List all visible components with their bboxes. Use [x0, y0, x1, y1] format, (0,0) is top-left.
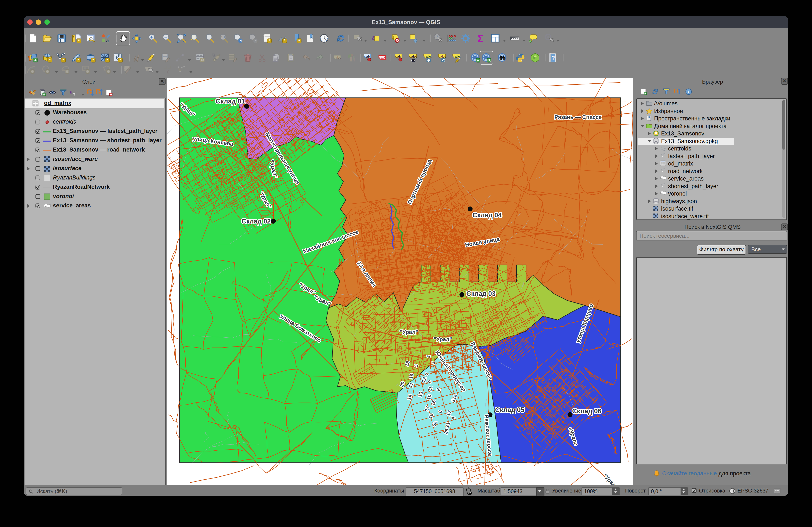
svg-text:Склад 04: Склад 04	[473, 211, 502, 219]
svg-text:abc: abc	[335, 56, 341, 59]
svg-text:Склад 03: Склад 03	[466, 290, 495, 297]
svg-text:*: *	[284, 38, 286, 43]
svg-text:?: ?	[551, 55, 555, 61]
svg-text:*: *	[78, 38, 80, 43]
svg-text:"Урал": "Урал"	[434, 336, 452, 342]
svg-text:Σ: Σ	[478, 33, 483, 43]
svg-text:i: i	[436, 35, 438, 39]
svg-text:*: *	[299, 38, 300, 43]
svg-text:abc: abc	[440, 54, 447, 58]
svg-text:abc: abc	[381, 55, 387, 59]
svg-text:*: *	[63, 58, 64, 62]
svg-text:Рязань — Спасск: Рязань — Спасск	[554, 114, 601, 120]
svg-text:*: *	[107, 58, 108, 62]
svg-text:"Урал": "Урал"	[400, 329, 418, 335]
svg-text:Склад 05: Склад 05	[495, 406, 524, 413]
svg-text:*: *	[49, 58, 51, 62]
svg-text:abc: abc	[411, 54, 417, 58]
svg-text:Склад 01: Склад 01	[216, 98, 245, 105]
svg-text:i: i	[688, 89, 689, 94]
svg-text:abc: abc	[454, 54, 461, 58]
svg-text:Склад 06: Склад 06	[572, 407, 601, 415]
svg-text:*: *	[269, 38, 270, 43]
svg-text:Склад 02: Склад 02	[242, 218, 271, 225]
svg-text:*: *	[120, 58, 121, 62]
svg-text:*: *	[92, 58, 94, 62]
svg-text:a: a	[106, 38, 109, 43]
svg-text:*: *	[78, 58, 79, 62]
svg-text:abc: abc	[425, 54, 432, 58]
svg-text:ε: ε	[167, 69, 170, 74]
svg-text:1:1: 1:1	[221, 36, 225, 39]
svg-text:ε: ε	[70, 89, 72, 94]
